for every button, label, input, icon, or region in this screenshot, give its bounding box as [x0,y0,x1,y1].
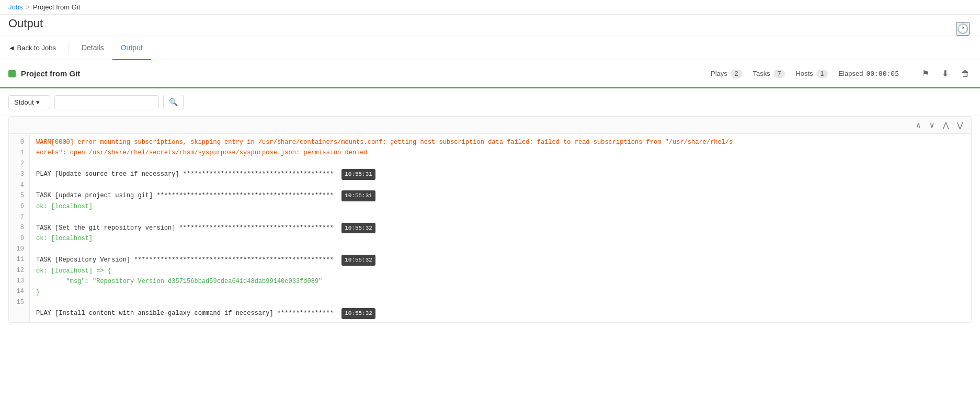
chevron-down-icon: ▾ [36,98,40,106]
output-line: "msg": "Repository Version d357156bbad59… [36,276,965,287]
output-nav: ∧ ∨ ⋀ ⋁ [9,117,971,134]
breadcrumb-current: Project from Git [33,3,80,11]
hosts-meta: Hosts 1 [795,70,828,78]
output-line: } [36,287,965,298]
line-number: 15 [14,297,24,308]
output-line: TASK [Repository Version] **************… [36,255,965,266]
output-line: ok: [localhost] [36,233,965,244]
plays-label: Plays [711,70,727,77]
output-content: WARN[0000] error mounting subscriptions,… [30,134,971,322]
line-number: 11 [14,254,24,265]
breadcrumb-jobs-link[interactable]: Jobs [8,3,22,11]
breadcrumb-separator: > [26,3,30,11]
timestamp: 10:55:32 [341,255,375,266]
elapsed-label: Elapsed [838,70,863,77]
output-line [36,158,965,169]
scroll-down-button[interactable]: ∨ [926,120,938,130]
timestamp: 10:55:31 [341,169,375,180]
elapsed-meta: Elapsed 00:00:05 [838,70,899,77]
job-actions: ⚑ ⬇ 🗑 [920,66,972,81]
output-line [36,298,965,308]
search-button[interactable]: 🔍 [163,95,184,109]
search-input[interactable] [54,95,159,109]
tasks-count: 7 [773,70,785,78]
output-line: PLAY [Install content with ansible-galax… [36,308,965,319]
download-button[interactable]: ⬇ [940,66,951,81]
output-line: ecrets": open /usr/share/rhel/secrets/rh… [36,148,965,158]
job-name: Project from Git [21,69,711,78]
output-line [36,212,965,222]
page-title: Output [8,17,972,30]
line-number: 2 [14,158,24,169]
output-line: PLAY [Update source tree if necessary] *… [36,169,965,180]
output-line: TASK [Set the git repository version] **… [36,223,965,234]
line-number: 3 [14,169,24,179]
plays-count: 2 [731,70,743,78]
stdout-label: Stdout [14,98,34,106]
tasks-label: Tasks [753,70,770,77]
search-icon: 🔍 [169,98,178,106]
output-body[interactable]: 0123456789101112131415 WARN[0000] error … [9,134,971,322]
line-number: 9 [14,233,24,244]
line-number: 7 [14,212,24,222]
line-number: 0 [14,137,24,148]
output-section: ∧ ∨ ⋀ ⋁ 0123456789101112131415 WARN[0000… [8,116,972,323]
back-to-jobs-button[interactable]: ◄ Back to Jobs [8,38,64,58]
flag-button[interactable]: ⚑ [920,66,931,81]
output-line: WARN[0000] error mounting subscriptions,… [36,137,965,148]
timestamp: 10:55:32 [341,308,375,319]
hosts-label: Hosts [795,70,813,77]
line-number: 6 [14,201,24,211]
output-line: ok: [localhost] => { [36,266,965,276]
job-meta: Plays 2 Tasks 7 Hosts 1 Elapsed 00:00:05… [711,66,972,81]
job-status-indicator [8,70,16,77]
tab-bar: ◄ Back to Jobs Details Output [0,36,980,60]
line-number: 4 [14,180,24,190]
line-number: 8 [14,222,24,233]
line-number: 12 [14,265,24,276]
timestamp: 10:55:31 [341,190,375,201]
hosts-count: 1 [816,70,828,78]
plays-meta: Plays 2 [711,70,742,78]
job-header: Project from Git Plays 2 Tasks 7 Hosts 1… [0,60,980,88]
jump-top-button[interactable]: ⋀ [940,120,952,130]
output-line [36,180,965,190]
timestamp: 10:55:32 [341,223,375,234]
line-number: 14 [14,286,24,297]
line-number: 13 [14,276,24,286]
delete-button[interactable]: 🗑 [959,67,972,81]
stdout-select[interactable]: Stdout ▾ [8,95,50,109]
scroll-up-button[interactable]: ∧ [913,120,924,130]
elapsed-value: 00:00:05 [866,70,899,77]
history-button[interactable]: 🕐 [956,22,970,36]
tab-details[interactable]: Details [73,36,112,60]
output-line: TASK [update project using git] ********… [36,190,965,201]
tab-divider [69,43,69,53]
output-line [36,244,965,255]
jump-bottom-button[interactable]: ⋁ [954,120,966,130]
line-number: 5 [14,190,24,201]
breadcrumb: Jobs > Project from Git [8,3,972,11]
output-line: ok: [localhost] [36,201,965,212]
line-numbers: 0123456789101112131415 [9,134,30,322]
line-number: 1 [14,148,24,158]
tab-output[interactable]: Output [112,36,151,60]
line-number: 10 [14,244,24,254]
tasks-meta: Tasks 7 [753,70,785,78]
output-controls: Stdout ▾ 🔍 [0,88,980,116]
